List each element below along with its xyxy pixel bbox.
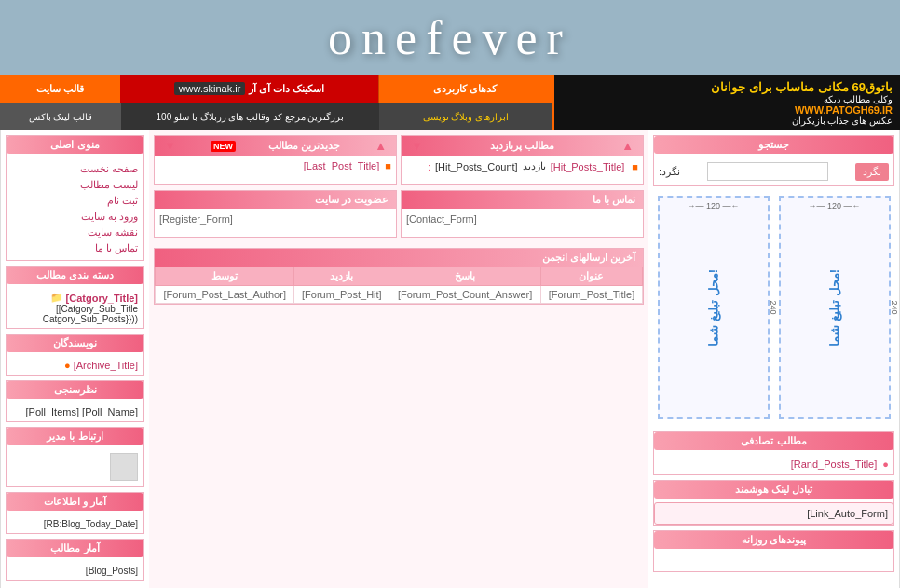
archive-title: [Archive_Title] — [74, 360, 138, 371]
forum-post-hit: [Forum_Post_Hit] — [294, 286, 389, 304]
contact-form: [Contact_Form] — [406, 213, 638, 225]
last-post-title: [Last_Post_Title] — [304, 160, 380, 171]
register-title: عضویت در سایت — [315, 194, 389, 206]
main-layout: جستجو بگرد نگرد: ←— 120 —→ 240 محل تبلیغ… — [0, 130, 900, 588]
register-header: عضویت در سایت — [155, 191, 396, 209]
admin-avatar — [110, 453, 138, 481]
site-title: onefever — [328, 10, 572, 65]
ad-left-sub: وکلی مطالب دیکه — [562, 94, 893, 104]
blog-stats-body: [Blog_Posts] — [7, 561, 143, 580]
ad-tools: ابزارهای وبلاگ نویسی — [423, 112, 510, 122]
stats-header: آمار و اطلاعات — [7, 493, 143, 511]
rand-post-link[interactable]: [Rand_Posts_Title] — [791, 458, 878, 470]
last-post-bullet: ■ — [385, 160, 391, 171]
contact-admin-section: ارتباط با مدیر — [6, 427, 144, 487]
search-body: بگرد نگرد: — [654, 157, 893, 185]
ad-center-codes: کدهای کاربردی — [433, 83, 497, 95]
ad-left-url: WWW.PATOGH69.IR — [562, 104, 893, 116]
search-section: جستجو بگرد نگرد: — [653, 135, 894, 186]
search-input[interactable] — [707, 162, 828, 181]
archive-row: [Archive_Title] ● — [12, 360, 138, 371]
random-posts-section: مطالب تصادفی ● [Rand_Posts_Title] — [653, 431, 894, 475]
category-icon: 📁 — [50, 292, 63, 304]
forum-body: عنوان پاسخ بازدید توسط [Forum_Post_Title… — [155, 267, 643, 304]
hit-post-row: ■ [Hit_Posts_Title] بازدید [Hit_Posts_Co… — [406, 160, 638, 172]
hit-posts-body: ■ [Hit_Posts_Title] بازدید [Hit_Posts_Co… — [402, 156, 643, 184]
category-sub2: (({{Catgory_Sub_Posts — [12, 314, 138, 324]
poll-body: [Poll_Name] [Poll_Items] — [7, 403, 143, 421]
register-panel: عضویت در سایت [Register_Form] — [154, 190, 397, 238]
forum-header-row: عنوان پاسخ بازدید توسط — [156, 267, 643, 286]
new-posts-up-arrow[interactable]: ▲ — [373, 139, 389, 153]
category-sub1: Catgory_Sub_Title]] — [12, 304, 138, 314]
forum-post-answer: [Forum_Post_Count_Answer] — [389, 286, 541, 304]
blog-stats-header: آمار مطالب — [7, 540, 143, 557]
random-posts-header: مطالب تصادفی — [654, 432, 893, 450]
hit-bullet2: : — [428, 161, 430, 172]
link-form: [Link_Auto_Form] — [654, 502, 893, 525]
new-posts-panel: ▲ جدیدترین مطالب NEW ▼ ■ [Last_Post_Titl… — [154, 135, 397, 185]
forum-th-answer: پاسخ — [389, 267, 541, 286]
new-badge: NEW — [211, 141, 236, 152]
stats-body: [RB:Blog_Today_Date] — [7, 514, 143, 533]
category-header: دسته بندی مطالب — [7, 267, 143, 284]
ad-left-sub2: عکس های جذاب بازیکران — [562, 116, 893, 126]
ads-section: ←— 120 —→ 240 محل تبلیغ شما! ←— 120 —→ 2… — [653, 191, 894, 424]
menu-item-login[interactable]: ورود به سایت — [12, 209, 138, 225]
daily-links-header: پیوندهای روزانه — [654, 531, 893, 549]
site-header: onefever — [0, 0, 900, 75]
hit-posts-up-arrow[interactable]: ▲ — [620, 139, 635, 153]
forum-title: آخرین ارسالهای انجمن — [542, 252, 635, 264]
forum-post-title: [Forum_Post_Title] — [540, 286, 642, 304]
contact-body: [Contact_Form] — [402, 209, 643, 237]
search-button[interactable]: بگرد — [855, 163, 889, 181]
menu-item-register[interactable]: ثبت نام — [12, 193, 138, 209]
blog-stats-section: آمار مطالب [Blog_Posts] — [6, 539, 144, 581]
ad-placeholder-2: ←— 120 —→ 240 محل تبلیغ شما! — [658, 196, 770, 419]
daily-links-body — [654, 553, 893, 571]
main-menu-section: منوی اصلی صفحه نخست لیست مطالب ثبت نام و… — [6, 135, 144, 261]
ad-bar: باتوق69 مکانی مناساب برای جوانان وکلی مط… — [0, 75, 900, 130]
ad-skin-label: اسکینک دات آی آر — [249, 83, 324, 95]
stats-date: [RB:Blog_Today_Date] — [44, 519, 138, 529]
main-menu-body: صفحه نخست لیست مطالب ثبت نام ورود به سای… — [7, 157, 143, 260]
link-exchange-section: تبادل لینک هوشمند [Link_Auto_Form] — [653, 480, 894, 526]
center-top-panels: ▲ مطالب پربازدید ▼ ■ [Hit_Posts_Title] ب… — [154, 135, 644, 190]
left-sidebar: جستجو بگرد نگرد: ←— 120 —→ 240 محل تبلیغ… — [648, 130, 900, 588]
ad-placeholder-text-1: محل تبلیغ شما! — [827, 269, 841, 347]
hit-posts-panel: ▲ مطالب پربازدید ▼ ■ [Hit_Posts_Title] ب… — [401, 135, 644, 185]
hit-posts-title: مطالب پربازدید — [490, 140, 554, 152]
contact-header: تماس با ما — [402, 191, 643, 209]
menu-item-posts[interactable]: لیست مطالب — [12, 177, 138, 193]
contact-title: تماس با ما — [593, 194, 635, 206]
poll-header: نظرسنجی — [7, 381, 143, 399]
poll-value: [Poll_Name] [Poll_Items] — [26, 406, 138, 417]
category-section: دسته بندی مطالب [Catgory_Title] 📁 Catgor… — [6, 266, 144, 329]
contact-admin-header: ارتباط با مدیر — [7, 428, 143, 445]
new-posts-title: جدیدترین مطالب — [268, 140, 340, 152]
forum-panel: آخرین ارسالهای انجمن عنوان پاسخ بازدید ت… — [154, 248, 644, 305]
contact-admin-body — [7, 449, 143, 486]
contact-panel: تماس با ما [Contact_Form] — [401, 190, 644, 238]
random-posts-body: ● [Rand_Posts_Title] — [654, 454, 893, 474]
ad-skin-url: www.skinak.ir — [174, 82, 246, 95]
hit-posts-header: ▲ مطالب پربازدید ▼ — [402, 136, 643, 156]
forum-th-views: بازدید — [294, 267, 389, 286]
category-row: [Catgory_Title] 📁 — [12, 292, 138, 304]
authors-body: [Archive_Title] ● — [7, 356, 143, 375]
forum-th-by: توسط — [156, 267, 294, 286]
hit-posts-down-arrow[interactable]: ▼ — [409, 139, 425, 153]
forum-table: عنوان پاسخ بازدید توسط [Forum_Post_Title… — [155, 267, 643, 304]
stats-section: آمار و اطلاعات [RB:Blog_Today_Date] — [6, 492, 144, 534]
hit-title: [Hit_Posts_Title] — [551, 161, 625, 172]
search-row: بگرد نگرد: — [659, 162, 889, 181]
menu-item-sitemap[interactable]: نقشه سایت — [12, 225, 138, 240]
main-menu-header: منوی اصلی — [7, 136, 143, 154]
daily-links-section: پیوندهای روزانه — [653, 530, 894, 572]
menu-item-contact[interactable]: تماس با ما — [12, 240, 138, 256]
forum-post-author: [Forum_Post_Last_Author] — [156, 286, 294, 304]
ad-biggest: بزرگترین مرجع کد وقالب های رزبلاگ با سلو… — [157, 112, 345, 122]
center-content: ▲ مطالب پربازدید ▼ ■ [Hit_Posts_Title] ب… — [149, 130, 648, 588]
new-posts-down-arrow[interactable]: ▼ — [162, 139, 178, 153]
menu-item-home[interactable]: صفحه نخست — [12, 161, 138, 177]
